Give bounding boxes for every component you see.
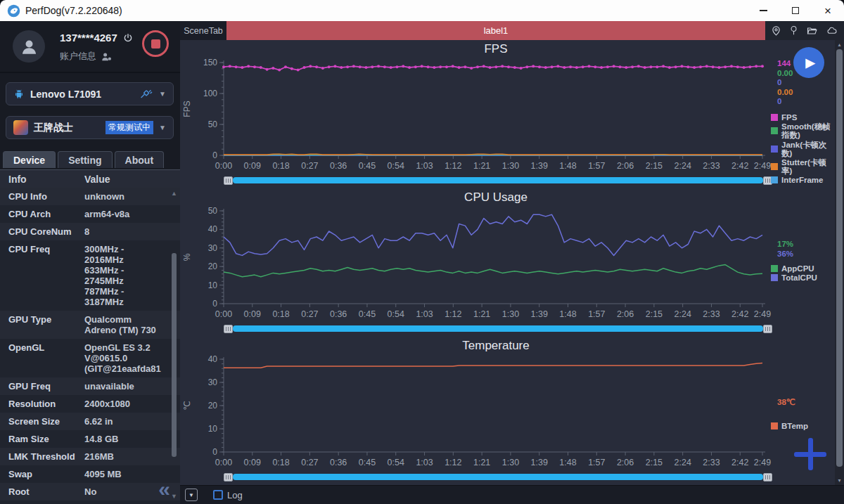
svg-text:2:06: 2:06: [617, 309, 634, 319]
info-column-header: Info: [0, 174, 84, 185]
location-pin-icon[interactable]: [770, 25, 782, 37]
legend-item[interactable]: AppCPU: [771, 264, 834, 273]
svg-text:0:36: 0:36: [330, 458, 347, 467]
pan-track[interactable]: [233, 474, 763, 480]
pan-track[interactable]: [233, 325, 763, 332]
scroll-down-icon[interactable]: [835, 477, 844, 484]
play-button[interactable]: [793, 47, 824, 78]
maximize-button[interactable]: [779, 0, 812, 21]
svg-text:50: 50: [208, 206, 218, 216]
app-dropdown-caret-icon[interactable]: [159, 124, 166, 131]
svg-text:0:18: 0:18: [272, 161, 289, 171]
svg-text:2:42: 2:42: [731, 309, 748, 319]
scroll-up-icon[interactable]: [835, 41, 844, 48]
svg-text:0:45: 0:45: [359, 458, 376, 467]
table-scroll-down-icon[interactable]: [171, 493, 177, 500]
pan-handle-left[interactable]: [224, 176, 233, 185]
info-table: CPU InfounknownCPU Archarm64-v8aCPU Core…: [0, 188, 180, 504]
vertical-scroll-thumb[interactable]: [836, 49, 843, 467]
info-value: arm64-v8a: [84, 209, 180, 219]
legend-swatch-icon: [771, 274, 778, 281]
expand-panel-button[interactable]: [185, 489, 198, 501]
svg-text:2:15: 2:15: [646, 309, 663, 319]
table-row: LMK Threshold216MB: [0, 448, 180, 465]
legend-item[interactable]: BTemp: [771, 422, 834, 430]
svg-text:2:24: 2:24: [674, 161, 691, 171]
pan-handle-left[interactable]: [224, 473, 233, 482]
svg-text:0: 0: [212, 447, 217, 457]
table-row: Resolution2400x1080: [0, 395, 180, 413]
legend-swatch-icon: [771, 422, 778, 429]
account-info-link[interactable]: 账户信息: [60, 50, 96, 63]
svg-text:2:33: 2:33: [703, 161, 720, 171]
account-phone: 137****4267: [60, 32, 117, 44]
legend-item[interactable]: TotalCPU: [771, 273, 834, 282]
chart-canvas: 0102030400:000:090:180:270:360:450:541:0…: [180, 354, 768, 472]
charts-vertical-scrollbar[interactable]: [835, 40, 844, 485]
table-scroll-up-icon[interactable]: [171, 190, 177, 197]
legend-label: BTemp: [781, 422, 808, 430]
folder-icon[interactable]: [805, 25, 819, 37]
info-value: unavailable: [84, 381, 180, 392]
svg-text:150: 150: [203, 58, 217, 67]
scene-tab[interactable]: SceneTab: [180, 21, 226, 40]
svg-text:1:30: 1:30: [502, 161, 519, 171]
fps-chart-title: FPS: [180, 40, 768, 58]
chart-canvas: 010203040500:000:090:180:270:360:450:541…: [180, 206, 768, 324]
collapse-sidebar-button[interactable]: [158, 480, 170, 498]
svg-text:1:03: 1:03: [416, 161, 433, 171]
device-dropdown-caret-icon[interactable]: [159, 90, 166, 98]
svg-text:0:09: 0:09: [244, 309, 261, 319]
legend-item[interactable]: FPS: [771, 113, 834, 122]
fps-pan-scrollbar[interactable]: [224, 176, 772, 185]
tab-device[interactable]: Device: [3, 151, 56, 168]
cpu-pan-scrollbar[interactable]: [224, 324, 772, 333]
log-checkbox[interactable]: [213, 490, 223, 500]
titlebar: PerfDog(v7.2.220648): [0, 0, 844, 21]
table-scrollbar[interactable]: [172, 253, 177, 457]
minimize-button[interactable]: [747, 0, 779, 21]
info-value: 6.62 in: [84, 416, 180, 427]
add-annotation-button[interactable]: [794, 438, 826, 470]
temperature-chart-section: Temperature 0102030400:000:090:180:270:3…: [180, 337, 844, 485]
svg-text:30: 30: [208, 377, 218, 387]
stop-record-button[interactable]: [142, 30, 169, 57]
svg-text:0:00: 0:00: [215, 309, 232, 319]
svg-text:10: 10: [208, 280, 218, 290]
table-row: SerialNumZY22FXZD49: [0, 500, 180, 504]
table-row: Ram Size14.8 GB: [0, 430, 180, 448]
legend-item[interactable]: Jank(卡顿次数): [771, 141, 834, 157]
app-selector[interactable]: 王牌战士 常规测试中: [6, 116, 174, 139]
svg-text:2:24: 2:24: [674, 458, 691, 467]
user-settings-icon[interactable]: [101, 52, 112, 61]
logout-power-icon[interactable]: [123, 33, 133, 43]
tab-about[interactable]: About: [115, 151, 164, 168]
tab-setting[interactable]: Setting: [58, 151, 112, 168]
legend-item[interactable]: Stutter(卡顿率): [771, 158, 834, 175]
svg-text:0:45: 0:45: [359, 309, 376, 319]
info-value: OpenGL ES 3.2V@0615.0(GIT@21eaafda81: [84, 342, 180, 374]
close-button[interactable]: [812, 0, 844, 21]
usb-cable-icon[interactable]: [140, 89, 153, 99]
map-marker-icon[interactable]: [788, 25, 799, 37]
legend-label: Stutter(卡顿率): [781, 158, 834, 175]
info-value: 300MHz -2016MHz633MHz -2745MHz787MHz -31…: [84, 244, 180, 307]
device-selector[interactable]: Lenovo L71091: [6, 82, 174, 105]
svg-text:0: 0: [212, 150, 217, 160]
legend-item[interactable]: Smooth(稳帧指数): [771, 122, 834, 139]
legend-item[interactable]: InterFrame: [771, 176, 834, 184]
legend-label: Jank(卡顿次数): [781, 141, 834, 157]
temperature-pan-scrollbar[interactable]: [224, 472, 772, 482]
svg-text:2:06: 2:06: [617, 458, 634, 467]
legend-swatch-icon: [771, 265, 778, 272]
svg-text:0:36: 0:36: [330, 309, 347, 319]
android-icon: [13, 89, 25, 100]
info-label: CPU Info: [0, 191, 84, 202]
svg-text:2:15: 2:15: [646, 458, 663, 467]
pan-track[interactable]: [233, 177, 763, 183]
pan-handle-left[interactable]: [224, 325, 233, 333]
current-value: 38℃: [777, 398, 834, 408]
scene-label-bar[interactable]: label1: [226, 21, 765, 40]
svg-text:0: 0: [212, 299, 217, 309]
cloud-icon[interactable]: [825, 25, 839, 36]
